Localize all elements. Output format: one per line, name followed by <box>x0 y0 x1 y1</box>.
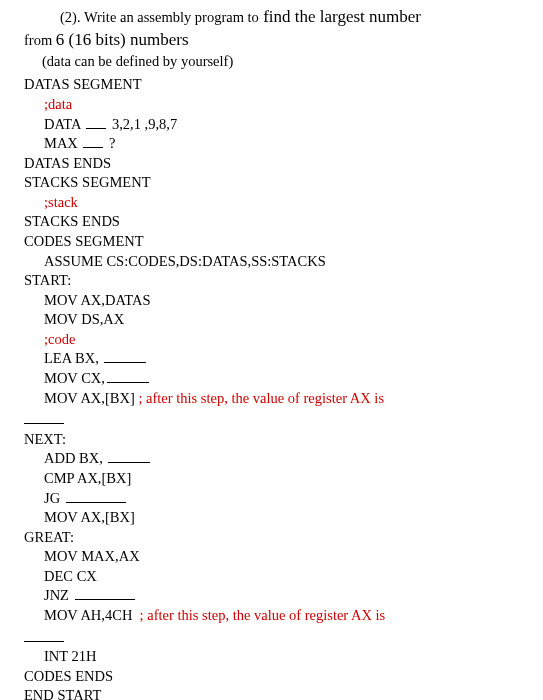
code-line: CMP AX,[BX] <box>24 469 519 489</box>
question-big-1: find the largest number <box>259 7 421 26</box>
code-frag: JNZ <box>44 587 73 603</box>
fill-blank[interactable] <box>24 628 64 642</box>
code-line: MOV AX,[BX] ; after this step, the value… <box>24 389 519 409</box>
code-line: MOV AH,4CH ; after this step, the value … <box>24 606 519 626</box>
code-frag: MOV AX,[BX] <box>44 390 138 406</box>
code-frag: LEA BX, <box>44 350 102 366</box>
code-line: START: <box>24 271 519 291</box>
code-frag: DATA <box>44 116 84 132</box>
code-line: CODES SEGMENT <box>24 232 519 252</box>
code-line: INT 21H <box>24 647 519 667</box>
code-line: CODES ENDS <box>24 667 519 687</box>
fill-blank[interactable] <box>107 369 149 383</box>
code-comment: ;stack <box>24 193 519 213</box>
question-line-1: (2). Write an assembly program to find t… <box>24 6 519 29</box>
code-line: MOV AX,[BX] <box>24 508 519 528</box>
code-line: MOV AX,DATAS <box>24 291 519 311</box>
code-line: GREAT: <box>24 528 519 548</box>
document-page: (2). Write an assembly program to find t… <box>0 0 543 700</box>
code-line: ADD BX, <box>24 449 519 469</box>
code-frag: MAX <box>44 135 81 151</box>
code-line: MOV MAX,AX <box>24 547 519 567</box>
code-comment: ; after this step, the value of register… <box>140 607 386 623</box>
blank-line <box>24 408 519 430</box>
code-line: END START <box>24 686 519 700</box>
question-prefix: (2). Write an assembly program to <box>60 9 259 25</box>
code-line: DEC CX <box>24 567 519 587</box>
code-frag: JG <box>44 490 64 506</box>
code-line: NEXT: <box>24 430 519 450</box>
question-sub: (data can be defined by yourself) <box>24 52 519 72</box>
code-line: MOV DS,AX <box>24 310 519 330</box>
code-frag: ? <box>105 135 115 151</box>
code-line: LEA BX, <box>24 349 519 369</box>
code-block: DATAS SEGMENT ;data DATA 3,2,1 ,9,8,7 MA… <box>24 75 519 700</box>
code-frag: ADD BX, <box>44 450 106 466</box>
code-comment: ;code <box>24 330 519 350</box>
code-line: MOV CX, <box>24 369 519 389</box>
question-line2a: from <box>24 32 56 48</box>
code-line: DATAS SEGMENT <box>24 75 519 95</box>
code-line: JNZ <box>24 586 519 606</box>
code-line: MAX ? <box>24 134 519 154</box>
code-frag: MOV CX, <box>44 370 105 386</box>
code-line: STACKS SEGMENT <box>24 173 519 193</box>
code-line: ASSUME CS:CODES,DS:DATAS,SS:STACKS <box>24 252 519 272</box>
code-comment: ; after this step, the value of register… <box>138 390 384 406</box>
code-line: DATA 3,2,1 ,9,8,7 <box>24 115 519 135</box>
fill-blank[interactable] <box>75 586 135 600</box>
fill-blank[interactable] <box>86 115 106 129</box>
code-comment: ;data <box>24 95 519 115</box>
fill-blank[interactable] <box>66 489 126 503</box>
code-frag: 3,2,1 ,9,8,7 <box>108 116 177 132</box>
question-line-2: from 6 (16 bits) numbers <box>24 29 519 52</box>
code-frag: MOV AH,4CH <box>44 607 140 623</box>
code-line: STACKS ENDS <box>24 212 519 232</box>
question-block: (2). Write an assembly program to find t… <box>24 6 519 71</box>
question-line2b: 6 (16 bits) numbers <box>56 30 189 49</box>
code-line: JG <box>24 489 519 509</box>
fill-blank[interactable] <box>108 449 150 463</box>
fill-blank[interactable] <box>104 349 146 363</box>
blank-line <box>24 626 519 648</box>
fill-blank[interactable] <box>24 410 64 424</box>
code-line: DATAS ENDS <box>24 154 519 174</box>
fill-blank[interactable] <box>83 134 103 148</box>
